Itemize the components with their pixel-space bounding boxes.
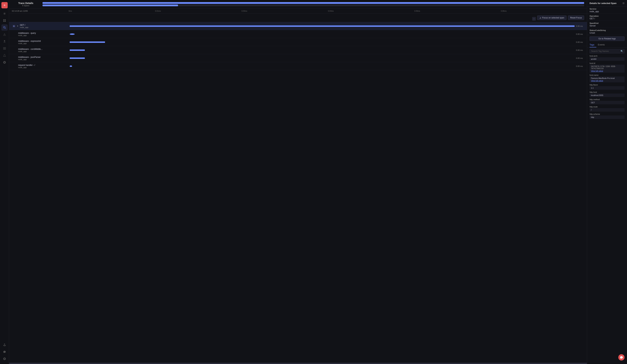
tag-item-http-flavor: http.flavor1.1 — [590, 84, 625, 90]
trace-spans-count: 6 Spans — [22, 4, 29, 7]
tag-item-host-name: host.nameFavours-MacBook-Pro.localView f… — [590, 74, 625, 82]
span-row-mw-json[interactable]: middleware - jsonParser node_app 0.00 ms — [9, 54, 587, 62]
span-bar-track-mw-cors — [70, 50, 575, 51]
logo-icon[interactable]: G — [1, 2, 8, 8]
tag-item-http-scheme: http.schemehttp — [590, 113, 625, 119]
span-name-mw-cors: middleware - corsMiddle... — [18, 48, 43, 50]
span-bar-track-root — [70, 25, 575, 27]
trace-bar-full-inner — [43, 2, 584, 4]
span-label-col-root: 6 ▼ GET / node_app — [9, 23, 68, 29]
sidebar-item-explore[interactable] — [1, 24, 8, 31]
tag-value-host-id: 50CF0E70-5736-52D8-9EDB-7A7417005318View… — [590, 65, 625, 73]
reset-focus-button[interactable]: Reset Focus — [568, 15, 584, 20]
tab-tags[interactable]: Tags — [590, 42, 596, 47]
span-row-rq-handler[interactable]: request handler - / node_app 0.00 ms — [9, 62, 587, 70]
span-duration-mw-query: 0.00 ms — [576, 33, 585, 35]
sidebar-item-menu[interactable] — [1, 45, 8, 52]
trace-header: Trace Details 6 Spans — [9, 0, 587, 8]
sidebar-item-alerts[interactable] — [1, 31, 8, 38]
span-label-col-mw-express: middleware - expressInit node_app — [9, 39, 68, 46]
main-content: Trace Details 6 Spans 02:14:28 am 12/05 … — [9, 0, 587, 364]
panel-section-operation: Operation GET / — [587, 14, 627, 21]
ruler-tick-4: 0.05ms — [414, 10, 500, 12]
tag-view-full-host-name[interactable]: View full value — [591, 79, 623, 82]
span-timeline-rq-handler: 0.00 ms — [68, 64, 587, 69]
panel-section-service: Service node_app — [587, 6, 627, 14]
span-duration-rq-handler: 0.00 ms — [576, 65, 585, 67]
tab-events[interactable]: Events — [598, 42, 607, 47]
focus-bar: + ⊿ Focus on selected span Reset Focus — [9, 14, 587, 22]
span-timeline-mw-cors: 0.00 ms — [68, 48, 587, 52]
span-label-col-mw-query: middleware - query node_app — [9, 31, 68, 37]
sidebar-item-plugins[interactable] — [1, 38, 8, 45]
sidebar-item-settings[interactable] — [1, 356, 8, 362]
span-row-mw-query[interactable]: middleware - query node_app 0.00 ms — [9, 30, 587, 38]
span-info-rq-handler: request handler - / node_app — [18, 64, 35, 68]
span-bar-row-mw-query: 0.00 ms — [70, 33, 585, 35]
span-row-root[interactable]: 6 ▼ GET / node_app 0.06 ms — [9, 22, 587, 30]
span-timeline-mw-express: 0.00 ms — [68, 40, 587, 45]
span-service-mw-json: node_app — [18, 58, 41, 60]
trace-bar-full — [43, 2, 584, 4]
span-bar-rq-handler — [70, 65, 72, 67]
expand-icon[interactable]: + — [532, 17, 536, 21]
svg-rect-5 — [5, 21, 6, 22]
tag-value-http-scheme: http — [590, 115, 625, 119]
timeline-ruler-header: 02:14:28 am 12/05 0ms 0.01ms 0.03ms 0.04… — [9, 8, 587, 14]
search-tag-names-input[interactable] — [590, 49, 625, 53]
tag-value-text: 50CF0E70-5736-52D8-9EDB-7A7417005318 — [591, 65, 616, 69]
span-bar-track-mw-query — [70, 33, 575, 35]
operation-value: GET / — [590, 17, 625, 20]
sidebar-left: G — [0, 0, 9, 364]
span-duration-mw-cors: 0.00 ms — [576, 49, 585, 51]
bottom-scrollbar[interactable] — [9, 363, 587, 364]
span-bar-mw-cors — [70, 50, 85, 51]
sidebar-item-test[interactable] — [1, 52, 8, 58]
span-name-rq-handler: request handler - / — [18, 64, 35, 66]
tag-item-http-host: http.hostlocalhost:5555 — [590, 91, 625, 97]
trace-title: Trace Details — [18, 2, 33, 4]
tag-value-http-host: localhost:5555 — [590, 94, 625, 97]
trace-bar-partial — [43, 4, 584, 6]
span-row-mw-cors[interactable]: middleware - corsMiddle... node_app 0.00… — [9, 46, 587, 54]
service-label: Service — [590, 8, 625, 10]
tag-value-http-route: / — [590, 108, 625, 112]
span-name-mw-json: middleware - jsonParser — [18, 56, 41, 58]
search-box: 🔍 — [590, 49, 625, 53]
svg-text:G: G — [4, 4, 5, 6]
sidebar-item-dashboards[interactable] — [1, 17, 8, 24]
related-logs-button[interactable]: Go to Related logs — [590, 36, 625, 41]
span-info-mw-json: middleware - jsonParser node_app — [18, 56, 41, 60]
svg-rect-7 — [3, 48, 6, 49]
tag-name-http-scheme: http.scheme — [590, 113, 625, 115]
sidebar-item-tools[interactable] — [1, 59, 8, 65]
panel-title: Details for selected Span — [590, 2, 617, 4]
span-bar-track-mw-json — [70, 57, 575, 59]
span-name-mw-query: middleware - query — [18, 32, 36, 34]
chat-bubble[interactable] — [618, 354, 625, 361]
tag-name-http-flavor: http.flavor — [590, 84, 625, 86]
scrollbar-thumb-h[interactable] — [9, 363, 587, 364]
sidebar-item-chat[interactable] — [1, 349, 8, 355]
operation-label: Operation — [590, 15, 625, 17]
trace-bar-container — [43, 2, 584, 6]
tag-value-http-flavor: 1.1 — [590, 86, 625, 90]
tag-name-http-route: http.route — [590, 106, 625, 108]
tag-name-http-method: http.method — [590, 99, 625, 101]
span-row-mw-express[interactable]: middleware - expressInit node_app 0.00 m… — [9, 38, 587, 46]
status-value: Unset — [590, 32, 625, 34]
span-duration-mw-json: 0.00 ms — [576, 57, 585, 59]
sidebar-item-signals[interactable] — [1, 10, 8, 17]
spankind-label: SpanKind — [590, 22, 625, 24]
span-timeline-root: 0.06 ms — [68, 24, 587, 29]
span-service-mw-express: node_app — [18, 42, 41, 44]
span-bar-mw-query — [70, 33, 75, 35]
tag-view-full-host-id[interactable]: View full value — [591, 69, 623, 72]
spans-area: 6 ▼ GET / node_app 0.06 ms — [9, 22, 587, 363]
sidebar-item-datasources[interactable] — [1, 342, 8, 348]
tag-value-host-name: Favours-MacBook-Pro.localView full value — [590, 76, 625, 82]
span-name-mw-express: middleware - expressInit — [18, 40, 41, 42]
panel-expand-icon[interactable]: ⊞ — [623, 2, 625, 4]
focus-selected-span-button[interactable]: ⊿ Focus on selected span — [537, 15, 567, 20]
search-icon: 🔍 — [621, 50, 623, 52]
